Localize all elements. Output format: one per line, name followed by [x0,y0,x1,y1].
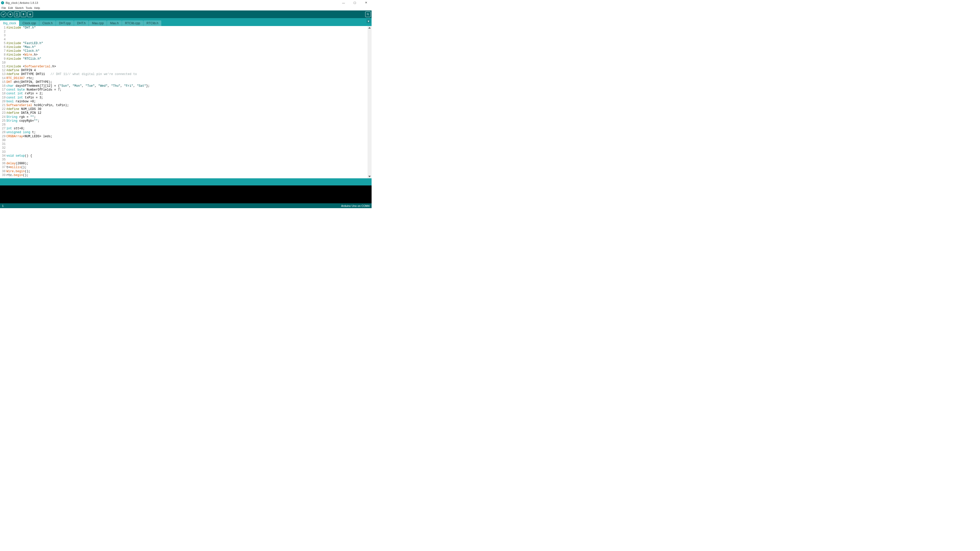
status-board-port: Arduino Uno on COM4 [341,204,369,207]
serial-monitor-button[interactable] [365,11,371,17]
tab-dht-cpp[interactable]: DHT.cpp [56,21,74,26]
verify-button[interactable] [1,11,6,17]
menubar: File Edit Sketch Tools Help [0,5,372,11]
tab-rtclib-cpp[interactable]: RTClib.cpp [122,21,143,26]
tab-big-clock[interactable]: Big_clock [0,21,19,26]
upload-button[interactable] [7,11,13,17]
menu-sketch[interactable]: Sketch [14,6,25,10]
menu-file[interactable]: File [0,6,7,10]
window-titlebar: ∞ Big_clock | Arduino 1.8.13 — ▢ ✕ [0,0,372,5]
tab-mau-h[interactable]: Mau.h [107,21,121,26]
console-output[interactable] [0,186,372,203]
tab-bar: Big_clock Clock.cpp Clock.h DHT.cpp DHT.… [0,18,372,26]
tab-rtclib-h[interactable]: RTClib.h [143,21,161,26]
code-editor[interactable]: 1234567891011121314151617181920212223242… [0,26,372,178]
arrow-right-icon [9,13,12,16]
toolbar [0,11,372,18]
vertical-scrollbar[interactable] [368,26,372,178]
message-bar [0,178,372,186]
tab-clock-h[interactable]: Clock.h [39,21,56,26]
code-area[interactable]: #include "DHT.h" #include "FastLED.h"#in… [6,26,368,178]
close-button[interactable]: ✕ [360,0,372,5]
app-icon: ∞ [1,1,4,4]
maximize-button[interactable]: ▢ [349,0,360,5]
tab-dht-h[interactable]: DHT.h [74,21,89,26]
arrow-down-icon [29,13,32,16]
file-icon [15,13,18,16]
window-controls: — ▢ ✕ [338,0,372,5]
open-button[interactable] [21,11,26,17]
status-bar: 1 Arduino Uno on COM4 [0,203,372,208]
menu-edit[interactable]: Edit [7,6,14,10]
line-gutter: 1234567891011121314151617181920212223242… [0,26,6,178]
window-title: Big_clock | Arduino 1.8.13 [6,1,38,4]
tab-menu-button[interactable]: ▼ [366,19,371,23]
tab-mau-cpp[interactable]: Mau.cpp [89,21,107,26]
magnifier-icon [366,13,369,16]
menu-tools[interactable]: Tools [24,6,33,10]
svg-point-0 [367,13,369,15]
arrow-up-icon [22,13,25,16]
tab-clock-cpp[interactable]: Clock.cpp [19,21,39,26]
menu-help[interactable]: Help [33,6,41,10]
new-button[interactable] [14,11,20,17]
status-line-number: 1 [2,204,3,207]
check-icon [2,13,5,16]
save-button[interactable] [27,11,33,17]
minimize-button[interactable]: — [338,0,349,5]
